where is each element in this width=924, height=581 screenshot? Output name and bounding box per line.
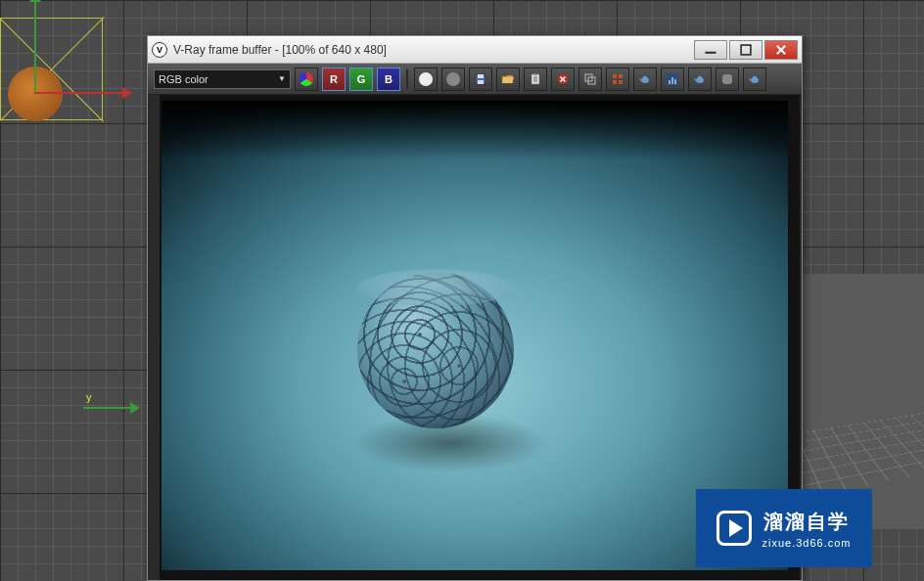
gizmo-top-left[interactable] — [0, 0, 137, 137]
save-button[interactable] — [469, 67, 492, 91]
axis-z-arrow-icon — [29, 0, 41, 2]
histogram-button[interactable] — [661, 67, 684, 91]
channel-select[interactable]: RGB color — [154, 69, 291, 89]
red-channel-button[interactable]: R — [322, 67, 346, 91]
svg-rect-20 — [619, 80, 623, 84]
render-settings-button[interactable] — [743, 67, 766, 91]
window-controls — [694, 40, 798, 60]
svg-rect-19 — [613, 80, 617, 84]
teapot-icon — [748, 72, 762, 86]
close-button[interactable] — [764, 40, 798, 60]
svg-rect-8 — [533, 73, 537, 75]
svg-rect-26 — [674, 79, 676, 84]
play-triangle-icon — [729, 519, 743, 537]
rgb-channels-button[interactable] — [295, 67, 318, 91]
region-icon — [611, 72, 624, 86]
watermark-play-icon — [716, 511, 752, 546]
axis-z-line — [34, 0, 36, 93]
axis-y-arrow-icon — [130, 402, 140, 414]
render-teapot-button[interactable] — [633, 67, 657, 91]
clipboard-icon — [529, 72, 542, 86]
delete-icon — [556, 72, 570, 86]
render-last-button[interactable] — [688, 67, 712, 91]
duplicate-button[interactable] — [578, 67, 602, 91]
folder-icon — [501, 72, 515, 86]
axis-y-line — [83, 407, 132, 409]
clear-button[interactable] — [551, 67, 575, 91]
region-render-button[interactable] — [606, 67, 629, 91]
watermark-badge: 溜溜自学 zixue.3d66.com — [696, 489, 872, 567]
titlebar[interactable]: V V-Ray frame buffer - [100% of 640 x 48… — [148, 36, 802, 64]
svg-marker-29 — [722, 74, 732, 84]
svg-rect-1 — [741, 45, 751, 55]
teapot-icon — [638, 72, 652, 86]
svg-rect-6 — [478, 80, 484, 84]
axis-x-arrow-icon — [122, 87, 132, 99]
open-button[interactable] — [496, 67, 520, 91]
duplicate-icon — [583, 72, 597, 86]
svg-rect-28 — [698, 76, 702, 78]
circle-white-icon — [419, 72, 433, 86]
stop-button[interactable] — [716, 67, 739, 91]
watermark-line2: zixue.3d66.com — [762, 537, 851, 549]
mono-white-button[interactable] — [414, 67, 438, 91]
svg-rect-25 — [671, 77, 673, 84]
histogram-icon — [666, 72, 679, 86]
mono-gray-button[interactable] — [441, 67, 465, 91]
green-channel-button[interactable]: G — [349, 67, 373, 91]
stop-icon — [720, 72, 734, 86]
maximize-button[interactable] — [729, 40, 762, 60]
render-vignette — [162, 101, 788, 159]
svg-rect-31 — [753, 76, 757, 78]
axis-x-line — [34, 92, 132, 94]
clipboard-button[interactable] — [524, 67, 547, 91]
save-icon — [474, 72, 487, 86]
teapot-icon — [693, 72, 707, 86]
watermark-line1: 溜溜自学 — [763, 509, 850, 535]
minimize-button[interactable] — [694, 40, 727, 60]
toolbar: RGB color R G B — [148, 64, 802, 95]
svg-rect-18 — [619, 74, 623, 78]
rendered-image — [162, 101, 788, 570]
vray-app-icon: V — [152, 42, 167, 58]
axis-y-label: y — [86, 391, 92, 403]
circle-gray-icon — [446, 72, 460, 86]
toolbar-separator — [406, 69, 408, 89]
blue-channel-button[interactable]: B — [377, 67, 400, 91]
window-title: V-Ray frame buffer - [100% of 640 x 480] — [173, 43, 694, 57]
watermark-text: 溜溜自学 zixue.3d66.com — [762, 509, 851, 549]
svg-rect-22 — [643, 76, 647, 78]
svg-rect-5 — [478, 74, 484, 78]
channel-select-value: RGB color — [159, 73, 208, 85]
svg-rect-17 — [613, 74, 617, 78]
svg-rect-24 — [669, 80, 670, 84]
rendered-sphere-lid — [357, 269, 514, 306]
rgb-icon — [300, 72, 313, 86]
